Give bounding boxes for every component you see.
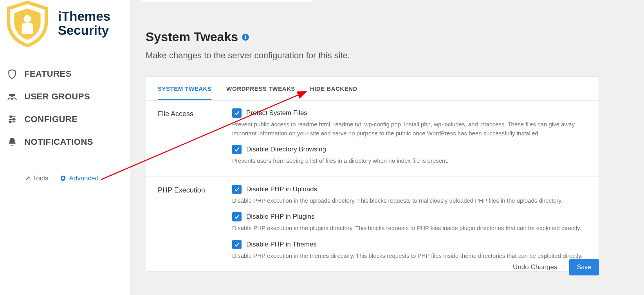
save-button[interactable]: Save [569,259,599,275]
users-icon [7,92,17,102]
tab-wordpress-tweaks[interactable]: WORDPRESS TWEAKS [226,77,295,100]
section-label: PHP Execution [158,185,232,262]
section-file-access: File Access Protect System Files Prevent… [146,101,599,177]
page-subtitle: Make changes to the server configuration… [146,50,628,61]
nav-list: FEATURES USER GROUPS CONFIGURE NOTIFICAT… [0,59,130,153]
check-label: Protect System Files [246,109,307,117]
brand-line2: Security [58,23,110,38]
check-label: Disable PHP in Plugins [246,213,315,221]
check-desc: Disable PHP execution in the plugins dir… [232,224,587,233]
checkbox[interactable] [232,185,242,194]
check-label: Disable PHP in Uploads [246,185,317,193]
checkbox[interactable] [232,108,242,118]
bell-icon [7,137,17,147]
footer-actions: Undo Changes Save [513,259,599,275]
nav-label: FEATURES [24,69,72,79]
brand-line1: iThemes [58,9,110,23]
tools-link[interactable]: Tools [24,174,49,182]
svg-point-0 [23,15,31,22]
shield-outline-icon [7,69,17,79]
wrench-icon [24,175,31,182]
svg-point-3 [11,94,14,97]
nav-label: CONFIGURE [24,114,78,124]
nav-item-configure[interactable]: CONFIGURE [7,108,130,131]
tabs: SYSTEM TWEAKS WORDPRESS TWEAKS HIDE BACK… [146,77,599,101]
section-label: File Access [158,108,232,167]
nav-item-features[interactable]: FEATURES [7,63,130,85]
section-php-execution: PHP Execution Disable PHP in Uploads Dis… [146,177,599,272]
setting-disable-directory-browsing: Disable Directory Browsing Prevents user… [232,145,587,165]
check-desc: Disable PHP execution in the uploads dir… [232,196,587,205]
page-title: System Tweaks [146,30,238,44]
nav-label: NOTIFICATIONS [24,137,93,147]
info-icon[interactable]: i [242,34,249,41]
main-content: System Tweaks i Make changes to the serv… [130,0,644,295]
nav-label: USER GROUPS [24,92,90,102]
check-desc: Prevent public access to readme.html, re… [232,120,587,138]
setting-disable-php-uploads: Disable PHP in Uploads Disable PHP execu… [232,185,587,205]
nav-item-notifications[interactable]: NOTIFICATIONS [7,131,130,153]
shield-icon [4,0,51,47]
check-label: Disable PHP in Themes [246,241,317,248]
svg-point-8 [13,119,14,120]
tab-hide-backend[interactable]: HIDE BACKEND [310,77,357,100]
lock-shield-icon [60,175,67,182]
checkbox[interactable] [232,145,242,154]
svg-point-9 [9,121,11,122]
page-header: System Tweaks i Make changes to the serv… [130,2,644,72]
advanced-link[interactable]: Advanced [60,174,99,182]
check-desc: Prevents users from seeing a list of fil… [232,156,587,165]
undo-changes-link[interactable]: Undo Changes [513,263,557,271]
nav-item-user-groups[interactable]: USER GROUPS [7,85,130,108]
settings-panel: SYSTEM TWEAKS WORDPRESS TWEAKS HIDE BACK… [146,76,599,272]
setting-disable-php-themes: Disable PHP in Themes Disable PHP execut… [232,240,587,261]
checkbox[interactable] [232,240,242,249]
setting-disable-php-plugins: Disable PHP in Plugins Disable PHP execu… [232,212,587,233]
brand-logo: iThemes Security [0,0,130,59]
sliders-icon [7,114,17,124]
sidebar-footer: Tools Advanced [24,174,99,183]
divider [54,174,54,183]
svg-rect-10 [62,178,64,180]
check-label: Disable Directory Browsing [246,146,326,153]
sidebar: iThemes Security FEATURES USER GROUPS [0,0,130,295]
checkbox[interactable] [232,212,242,221]
svg-point-7 [10,116,12,117]
setting-protect-system-files: Protect System Files Prevent public acce… [232,108,587,138]
tab-system-tweaks[interactable]: SYSTEM TWEAKS [158,77,211,100]
